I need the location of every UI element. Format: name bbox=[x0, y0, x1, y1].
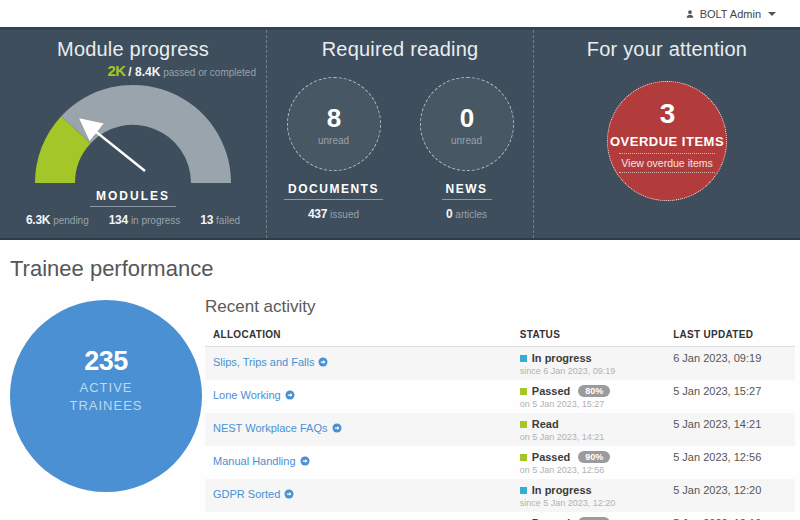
section-title: Module progress bbox=[0, 38, 266, 61]
overdue-count: 3 bbox=[660, 98, 675, 130]
status-square-icon bbox=[520, 421, 527, 428]
allocation-link[interactable]: Manual Handling bbox=[213, 455, 310, 467]
last-updated-cell: 5 Jan 2023, 15:27 bbox=[665, 380, 795, 413]
news-unread-count: 0 bbox=[460, 103, 473, 134]
status-subtext: on 5 Jan 2023, 15:27 bbox=[520, 399, 657, 409]
stat-failed: 13failed bbox=[200, 213, 240, 227]
news-block: 0 unread NEWS 0articles bbox=[400, 77, 533, 221]
overdue-items-circle[interactable]: 3 OVERDUE ITEMS View overdue items bbox=[607, 81, 727, 201]
status-square-icon bbox=[520, 487, 527, 494]
stat-in-progress: 134in progress bbox=[109, 213, 181, 227]
unread-label: unread bbox=[451, 135, 482, 146]
gauge-label: MODULES bbox=[90, 189, 176, 207]
table-row: Lone Working Passed80%on 5 Jan 2023, 15:… bbox=[205, 380, 795, 413]
table-row: GDPR Sorted In progresssince 5 Jan 2023,… bbox=[205, 479, 795, 512]
table-row: Manual Handling Passed90%on 5 Jan 2023, … bbox=[205, 446, 795, 479]
status-square-icon bbox=[520, 388, 527, 395]
active-trainees-label-2: TRAINEES bbox=[69, 398, 142, 413]
status-subtext: on 5 Jan 2023, 14:21 bbox=[520, 432, 657, 442]
total-count: / 8.4K bbox=[128, 65, 160, 79]
status-subtext: since 5 Jan 2023, 12:20 bbox=[520, 498, 657, 508]
score-badge: 80% bbox=[578, 385, 610, 397]
news-circle[interactable]: 0 unread bbox=[420, 77, 514, 171]
gauge-needle bbox=[85, 123, 145, 171]
section-title: For your attention bbox=[534, 38, 800, 61]
view-overdue-items-link[interactable]: View overdue items bbox=[619, 153, 714, 173]
last-updated-cell: 5 Jan 2023, 12:56 bbox=[665, 446, 795, 479]
allocation-link[interactable]: GDPR Sorted bbox=[213, 488, 294, 500]
column-header-allocation[interactable]: ALLOCATION bbox=[205, 325, 512, 347]
active-trainees-circle[interactable]: 235 ACTIVE TRAINEES bbox=[10, 300, 202, 492]
passed-count: 2K bbox=[107, 62, 125, 79]
status-subtext: since 6 Jan 2023, 09:19 bbox=[520, 366, 657, 376]
recent-activity-title: Recent activity bbox=[205, 297, 795, 317]
recent-activity-panel: Recent activity ALLOCATION STATUS LAST U… bbox=[205, 297, 795, 520]
page-title: Trainee performance bbox=[0, 240, 800, 282]
documents-label: DOCUMENTS bbox=[284, 182, 383, 200]
column-header-last-updated[interactable]: LAST UPDATED bbox=[665, 325, 795, 347]
arrow-circle-icon bbox=[332, 423, 342, 433]
arrow-circle-icon bbox=[300, 456, 310, 466]
active-trainees-count: 235 bbox=[84, 346, 128, 377]
last-updated-cell: 6 Jan 2023, 09:19 bbox=[665, 347, 795, 381]
last-updated-cell: 5 Jan 2023, 12:20 bbox=[665, 479, 795, 512]
user-menu-label: BOLT Admin bbox=[700, 8, 761, 20]
documents-issued: 437issued bbox=[308, 207, 359, 221]
score-badge: 90% bbox=[578, 451, 610, 463]
table-row: Slips, Trips and Falls In progresssince … bbox=[205, 347, 795, 381]
unread-label: unread bbox=[318, 135, 349, 146]
last-updated-cell: 5 Jan 2023, 14:21 bbox=[665, 413, 795, 446]
attention-section: For your attention 3 OVERDUE ITEMS View … bbox=[533, 30, 800, 238]
documents-unread-count: 8 bbox=[327, 103, 340, 134]
documents-circle[interactable]: 8 unread bbox=[287, 77, 381, 171]
caret-down-icon bbox=[768, 12, 776, 16]
arrow-circle-icon bbox=[284, 489, 294, 499]
status-subtext: on 5 Jan 2023, 12:56 bbox=[520, 465, 657, 475]
allocation-link[interactable]: NEST Workplace FAQs bbox=[213, 422, 342, 434]
news-label: NEWS bbox=[442, 182, 492, 200]
news-articles: 0articles bbox=[446, 207, 487, 221]
documents-block: 8 unread DOCUMENTS 437issued bbox=[267, 77, 400, 221]
last-updated-cell: 5 Jan 2023, 12:19 bbox=[665, 512, 795, 520]
column-header-status[interactable]: STATUS bbox=[512, 325, 665, 347]
section-title: Required reading bbox=[267, 38, 533, 61]
gauge-remaining-arc bbox=[61, 85, 231, 183]
passed-suffix: passed or completed bbox=[163, 67, 256, 78]
module-progress-summary: 2K / 8.4K passed or completed bbox=[0, 62, 266, 79]
user-menu-button[interactable]: BOLT Admin bbox=[685, 8, 776, 20]
overdue-label: OVERDUE ITEMS bbox=[610, 134, 724, 149]
stats-panel: Module progress 2K / 8.4K passed or comp… bbox=[0, 27, 800, 240]
table-row: NEST Workplace FAQs Readon 5 Jan 2023, 1… bbox=[205, 413, 795, 446]
module-progress-gauge bbox=[33, 83, 233, 183]
topbar: BOLT Admin bbox=[0, 0, 800, 27]
stat-pending: 6.3Kpending bbox=[26, 213, 89, 227]
recent-activity-table: ALLOCATION STATUS LAST UPDATED Slips, Tr… bbox=[205, 325, 795, 520]
status-square-icon bbox=[520, 454, 527, 461]
allocation-link[interactable]: Slips, Trips and Falls bbox=[213, 356, 328, 368]
active-trainees-label-1: ACTIVE bbox=[80, 380, 133, 395]
trainee-performance-section: Trainee performance 235 ACTIVE TRAINEES … bbox=[0, 240, 800, 518]
arrow-circle-icon bbox=[285, 390, 295, 400]
status-square-icon bbox=[520, 355, 527, 362]
person-icon bbox=[685, 9, 695, 19]
required-reading-section: Required reading 8 unread DOCUMENTS 437i… bbox=[266, 30, 533, 238]
module-progress-section: Module progress 2K / 8.4K passed or comp… bbox=[0, 30, 266, 238]
allocation-link[interactable]: Lone Working bbox=[213, 389, 295, 401]
module-stats: 6.3Kpending 134in progress 13failed bbox=[0, 213, 266, 227]
arrow-circle-icon bbox=[318, 357, 328, 367]
table-row: Cyber Security Passed70%on 5 Jan 2023, 1… bbox=[205, 512, 795, 520]
